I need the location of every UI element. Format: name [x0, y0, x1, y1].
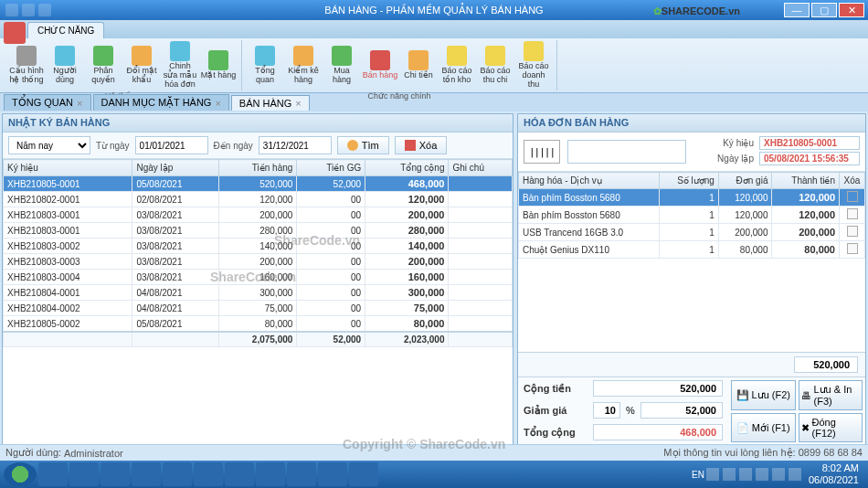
- taskbar-item[interactable]: [225, 462, 254, 486]
- save-print-button[interactable]: 🖶Lưu & In (F3): [799, 380, 863, 410]
- maximize-button[interactable]: ▢: [811, 3, 837, 17]
- ribbon-chinhsua[interactable]: Chinh sửa mẫu hóa đơn: [161, 40, 199, 90]
- start-button[interactable]: [4, 462, 37, 486]
- taskbar-item[interactable]: [163, 462, 192, 486]
- new-button[interactable]: 📄Mới (F1): [731, 413, 796, 442]
- invoice-lines-grid[interactable]: Hàng hóa - Dịch vụ Số lượng Đơn giá Thàn…: [518, 172, 865, 352]
- delete-line-icon[interactable]: [847, 243, 858, 254]
- box-icon: [208, 50, 228, 70]
- close-invoice-button[interactable]: ✖Đóng (F12): [799, 413, 863, 442]
- ribbon-kiemke[interactable]: Kiểm kê hàng: [284, 40, 323, 90]
- delete-line-icon[interactable]: [847, 191, 858, 202]
- title-icon-2[interactable]: [22, 4, 35, 16]
- ribbon-tonkho[interactable]: Báo cáo tồn kho: [438, 40, 476, 90]
- table-row[interactable]: XHB210803-000103/08/2021280,00000280,000: [4, 223, 513, 239]
- col-tongcong[interactable]: Tổng cộng: [365, 160, 449, 176]
- sell-icon: [370, 50, 390, 70]
- delete-line-icon[interactable]: [847, 226, 858, 237]
- doc-tab-tongquan[interactable]: TỔNG QUAN×: [4, 94, 91, 111]
- col-tienhang[interactable]: Tiền hàng: [218, 160, 297, 176]
- table-row[interactable]: XHB210805-000205/08/202180,0000080,000: [4, 316, 513, 333]
- dashboard-icon: [255, 46, 275, 66]
- table-row[interactable]: Chuột Genius DX110180,00080,000: [519, 241, 865, 259]
- from-label: Từ ngày: [96, 141, 130, 151]
- taskbar-item[interactable]: [194, 462, 223, 486]
- app-icon[interactable]: [4, 22, 26, 44]
- col-tiengg[interactable]: Tiền GG: [297, 160, 365, 176]
- taskbar-item[interactable]: [132, 462, 161, 486]
- barcode-input[interactable]: [567, 140, 686, 164]
- table-row[interactable]: XHB210803-000303/08/2021200,00000200,000: [4, 254, 513, 270]
- ribbon-mathang[interactable]: Mặt hàng: [199, 40, 238, 90]
- new-icon: 📄: [736, 422, 749, 434]
- table-row[interactable]: Bàn phím Bosston 56801120,000120,000: [519, 189, 865, 207]
- delete-line-icon[interactable]: [847, 208, 858, 219]
- giamgia-pct-input[interactable]: 10: [593, 402, 620, 419]
- search-button[interactable]: Tìm: [337, 136, 389, 154]
- delete-button[interactable]: Xóa: [395, 136, 448, 154]
- clock[interactable]: 8:02 AM 06/08/2021: [803, 462, 864, 486]
- ribbon-phanquyen[interactable]: Phân quyền: [84, 40, 122, 90]
- taskbar-item[interactable]: [318, 462, 347, 486]
- taskbar-item[interactable]: [38, 462, 68, 486]
- tray-icon[interactable]: [723, 468, 736, 481]
- key-icon: [93, 46, 113, 66]
- col-ngaylap[interactable]: Ngày lập: [132, 160, 218, 176]
- tray-icon[interactable]: [706, 468, 719, 481]
- tray-icon[interactable]: [756, 468, 768, 481]
- taskbar-item[interactable]: [349, 462, 378, 486]
- ribbon-group-chucnang: Tổng quan Kiểm kê hàng Mua hàng Bán hàng…: [242, 40, 557, 90]
- ribbon-muahang[interactable]: Mua hàng: [323, 40, 361, 90]
- period-select[interactable]: Năm nay: [8, 136, 90, 154]
- col-soluong[interactable]: Số lượng: [660, 173, 719, 189]
- ribbon-chitien[interactable]: Chi tiền: [399, 40, 438, 90]
- col-hanghoa[interactable]: Hàng hóa - Dịch vụ: [519, 173, 660, 189]
- col-dongia[interactable]: Đơn giá: [718, 173, 772, 189]
- save-button[interactable]: 💾Lưu (F2): [731, 380, 796, 410]
- table-row[interactable]: XHB210803-000403/08/2021160,00000160,000: [4, 270, 513, 285]
- taskbar-item[interactable]: [256, 462, 285, 486]
- to-date-input[interactable]: [259, 136, 332, 154]
- close-icon[interactable]: ×: [295, 98, 301, 109]
- doc-tab-danhmuc[interactable]: DANH MỤC MẶT HÀNG×: [93, 94, 229, 111]
- table-row[interactable]: XHB210802-000102/08/2021120,00000120,000: [4, 192, 513, 207]
- close-icon[interactable]: ×: [77, 98, 82, 109]
- ribbon-cauhinh[interactable]: Cấu hình hệ thống: [7, 40, 46, 90]
- sales-log-grid[interactable]: Ký hiệu Ngày lập Tiền hàng Tiền GG Tổng …: [3, 159, 513, 445]
- from-date-input[interactable]: [135, 136, 208, 154]
- sales-log-panel: NHẬT KÝ BÁN HÀNG Năm nay Từ ngày Đến ngà…: [2, 113, 513, 446]
- table-row[interactable]: XHB210804-000104/08/2021300,00000300,000: [4, 285, 513, 301]
- table-row[interactable]: XHB210803-000203/08/2021140,00000140,000: [4, 239, 513, 254]
- report-icon: [447, 46, 467, 66]
- table-row[interactable]: XHB210803-000103/08/2021200,00000200,000: [4, 207, 513, 223]
- col-thanhtien[interactable]: Thành tiền: [772, 173, 840, 189]
- title-icon-3[interactable]: [38, 4, 51, 16]
- sales-log-header: NHẬT KÝ BÁN HÀNG: [3, 114, 513, 133]
- ribbon-nguoidung[interactable]: Người dùng: [46, 40, 84, 90]
- col-kyhieu[interactable]: Ký hiệu: [4, 160, 132, 176]
- table-row[interactable]: Bàn phím Bosston 56801120,000120,000: [519, 207, 865, 224]
- tray-icon[interactable]: [772, 468, 785, 481]
- close-button[interactable]: ✕: [839, 3, 864, 17]
- doc-tab-banhang[interactable]: BÁN HÀNG×: [231, 95, 310, 111]
- ribbon-thuchi[interactable]: Báo cáo thu chi: [476, 40, 514, 90]
- table-row[interactable]: USB Trancend 16GB 3.01200,000200,000: [519, 224, 865, 241]
- ribbon-doimk[interactable]: Đổi mật khẩu: [122, 40, 161, 90]
- lang-indicator[interactable]: EN: [692, 470, 704, 480]
- ribbon-doanhthu[interactable]: Báo cáo doanh thu: [514, 40, 553, 90]
- tray-icon[interactable]: [739, 468, 752, 481]
- close-icon[interactable]: ×: [215, 98, 220, 109]
- minimize-button[interactable]: —: [784, 3, 810, 17]
- tray-icon[interactable]: [789, 468, 801, 481]
- taskbar-item[interactable]: [101, 462, 130, 486]
- taskbar-item[interactable]: [69, 462, 99, 486]
- col-xoa[interactable]: Xóa: [840, 173, 865, 189]
- table-row[interactable]: XHB210805-000105/08/2021520,00052,000468…: [4, 176, 513, 192]
- title-icon-1[interactable]: [5, 4, 18, 16]
- ribbon-banhang[interactable]: Bán hàng: [361, 40, 399, 90]
- ribbon-tab-chucnang[interactable]: CHỨC NĂNG: [27, 22, 104, 38]
- ribbon-tongquan[interactable]: Tổng quan: [246, 40, 284, 90]
- col-ghichu[interactable]: Ghi chú: [449, 160, 513, 176]
- taskbar-item[interactable]: [287, 462, 316, 486]
- table-row[interactable]: XHB210804-000204/08/202175,0000075,000: [4, 301, 513, 316]
